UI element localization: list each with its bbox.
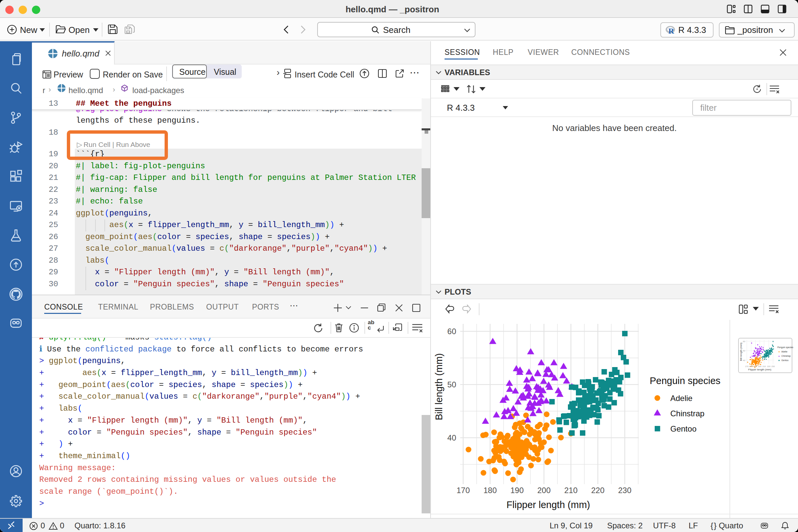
svg-text:60: 60 [743,341,745,342]
svg-text:190: 190 [754,365,757,367]
svg-text:Penguin species: Penguin species [777,346,793,349]
svg-text:180: 180 [749,365,753,367]
svg-text:40: 40 [743,359,745,361]
svg-text:Chinstrap: Chinstrap [781,355,791,358]
svg-text:Adelie: Adelie [781,350,787,353]
svg-text:Bill length (mm): Bill length (mm) [740,342,742,361]
svg-text:170: 170 [745,365,749,367]
svg-text:220: 220 [767,365,771,367]
svg-text:Flipper length (mm): Flipper length (mm) [748,368,772,371]
svg-text:230: 230 [772,365,775,367]
svg-text:50: 50 [743,350,745,352]
svg-text:210: 210 [762,365,766,367]
svg-text:200: 200 [758,365,762,367]
svg-text:Gentoo: Gentoo [781,359,789,361]
